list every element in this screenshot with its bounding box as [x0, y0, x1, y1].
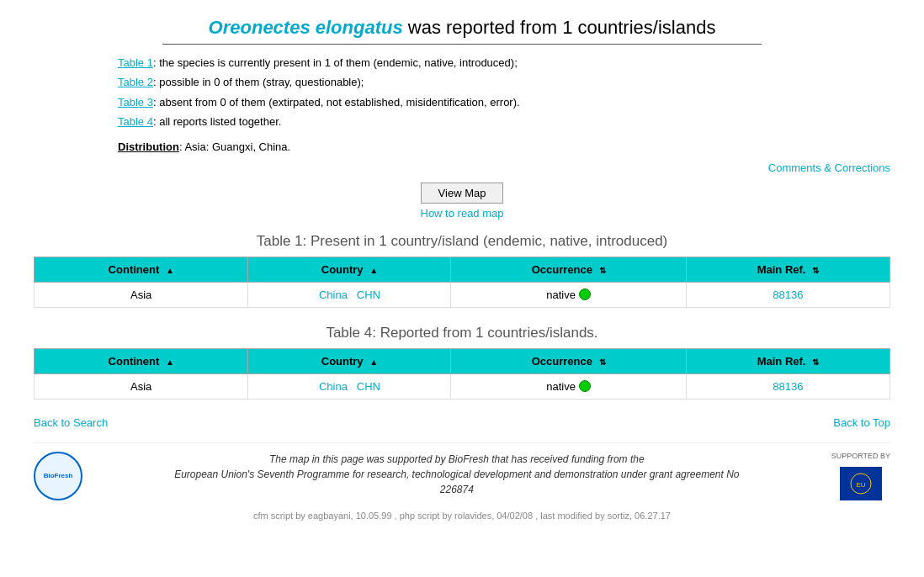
occurrence-text: native [546, 288, 576, 301]
t4-continent-header-label: Continent [109, 355, 160, 368]
table2-link[interactable]: Table 2 [118, 76, 153, 88]
table4-row1-continent: Asia [35, 373, 248, 399]
biofresh-logo: BioFresh [34, 452, 82, 500]
continent-header-label: Continent [109, 263, 160, 276]
supported-by-label: SUPPORTED BY [831, 452, 890, 460]
table4-title: Table 4: Reported from 1 countries/islan… [34, 325, 890, 341]
table4: Continent ▲ Country ▲ Occurrence ⇅ Main … [34, 348, 890, 400]
distribution-label: Distribution [118, 140, 179, 153]
table4-country-link[interactable]: China [319, 380, 348, 393]
table4-row1-occurrence: native [451, 373, 686, 399]
table4-ref-header[interactable]: Main Ref. ⇅ [686, 348, 889, 373]
table-row: Asia China CHN native 88136 [35, 373, 890, 399]
table1-header-row: Continent ▲ Country ▲ Occurrence ⇅ Main … [35, 257, 890, 282]
back-to-top-link[interactable]: Back to Top [833, 416, 890, 429]
continent-sort-icon[interactable]: ▲ [166, 266, 174, 275]
t4-ref-sort-icon[interactable]: ⇅ [812, 357, 819, 367]
table1-link[interactable]: Table 1 [118, 56, 153, 69]
table4-link[interactable]: Table 4 [118, 115, 153, 128]
species-name: Oreonectes elongatus [209, 17, 403, 38]
table1-row1-occurrence: native [451, 282, 686, 307]
footer-line3: 226874 [440, 484, 474, 495]
table4-ref-link[interactable]: 88136 [773, 380, 803, 393]
footer-text: The map in this page was supported by Bi… [82, 452, 831, 497]
table1-country-link[interactable]: China [319, 288, 348, 301]
table2-desc: : possible in 0 of them (stray, question… [153, 76, 364, 88]
table1: Continent ▲ Country ▲ Occurrence ⇅ Main … [34, 257, 890, 308]
biofresh-logo-text: BioFresh [44, 472, 73, 479]
table4-country-header[interactable]: Country ▲ [248, 348, 451, 373]
table4-country-code-link[interactable]: CHN [357, 380, 380, 393]
table1-desc: : the species is currently present in 1 … [153, 56, 518, 69]
t4-ref-header-label: Main Ref. [757, 355, 806, 368]
table2-link-line: Table 2: possible in 0 of them (stray, q… [118, 72, 890, 92]
table1-continent-header[interactable]: Continent ▲ [35, 257, 248, 282]
table4-row1-ref: 88136 [686, 373, 889, 399]
occurrence-header-label: Occurrence [532, 263, 592, 276]
occurrence-sort-icon[interactable]: ⇅ [599, 266, 606, 275]
table1-ref-link[interactable]: 88136 [773, 288, 803, 301]
table3-desc: : absent from 0 of them (extirpated, not… [153, 96, 520, 109]
native-indicator-icon [579, 288, 591, 300]
t4-occurrence-sort-icon[interactable]: ⇅ [599, 357, 606, 367]
comments-corrections-link[interactable]: Comments & Corrections [768, 161, 890, 174]
table4-occurrence-header[interactable]: Occurrence ⇅ [451, 348, 686, 373]
table1-title: Table 1: Present in 1 country/island (en… [34, 233, 890, 250]
table1-row1-ref: 88136 [686, 282, 889, 307]
table4-link-line: Table 4: all reports listed together. [118, 112, 890, 131]
country-header-label: Country [321, 263, 364, 276]
back-to-search-link[interactable]: Back to Search [34, 416, 108, 429]
view-map-section: View Map [34, 183, 890, 204]
distribution-value: : Asia: Guangxi, China. [179, 140, 290, 153]
page-title: Oreonectes elongatus was reported from 1… [34, 17, 890, 39]
ref-sort-icon[interactable]: ⇅ [812, 266, 819, 275]
distribution-section: Distribution: Asia: Guangxi, China. [118, 140, 890, 153]
title-divider [162, 44, 762, 45]
title-section: Oreonectes elongatus was reported from 1… [34, 17, 890, 45]
comments-link-section: Comments & Corrections [34, 161, 890, 174]
table4-section: Table 4: Reported from 1 countries/islan… [34, 325, 890, 400]
footer-supported-section: SUPPORTED BY EU [831, 452, 890, 502]
svg-text:EU: EU [856, 481, 865, 489]
table1-country-header[interactable]: Country ▲ [248, 257, 451, 282]
table3-link[interactable]: Table 3 [118, 96, 153, 109]
view-map-button[interactable]: View Map [421, 183, 504, 204]
how-to-read-section: How to read map [34, 207, 890, 220]
table1-occurrence-header[interactable]: Occurrence ⇅ [451, 257, 686, 282]
footer-line1: The map in this page was supported by Bi… [269, 453, 645, 465]
script-credit: cfm script by eagbayani, 10.05.99 , php … [34, 511, 890, 526]
table1-row1-continent: Asia [35, 282, 248, 307]
country-sort-icon[interactable]: ▲ [369, 266, 378, 275]
footer-info: BioFresh The map in this page was suppor… [34, 442, 890, 502]
table3-link-line: Table 3: absent from 0 of them (extirpat… [118, 93, 890, 112]
eu-logo-icon: EU [840, 467, 882, 500]
footer-line2: European Union's Seventh Programme for r… [174, 468, 739, 480]
title-rest: was reported from 1 countries/islands [403, 17, 716, 38]
t4-country-header-label: Country [321, 355, 364, 368]
table-row: Asia China CHN native 88136 [35, 282, 890, 307]
t4-country-sort-icon[interactable]: ▲ [369, 357, 378, 367]
table4-continent-header[interactable]: Continent ▲ [35, 348, 248, 373]
t4-native-indicator-icon [579, 380, 591, 392]
table1-section: Table 1: Present in 1 country/island (en… [34, 233, 890, 308]
table4-header-row: Continent ▲ Country ▲ Occurrence ⇅ Main … [35, 348, 890, 373]
t4-occurrence-text: native [546, 380, 576, 393]
table4-row1-country: China CHN [248, 373, 451, 399]
how-to-read-link[interactable]: How to read map [421, 207, 504, 220]
table1-row1-country: China CHN [248, 282, 451, 307]
ref-header-label: Main Ref. [757, 263, 806, 276]
t4-continent-sort-icon[interactable]: ▲ [166, 357, 174, 367]
t4-occurrence-header-label: Occurrence [532, 355, 592, 368]
table1-country-code-link[interactable]: CHN [357, 288, 380, 301]
table1-link-line: Table 1: the species is currently presen… [118, 53, 890, 72]
table4-desc: : all reports listed together. [153, 115, 281, 128]
footer-nav: Back to Search Back to Top [34, 416, 890, 429]
table-links-section: Table 1: the species is currently presen… [118, 53, 890, 132]
table1-ref-header[interactable]: Main Ref. ⇅ [686, 257, 889, 282]
